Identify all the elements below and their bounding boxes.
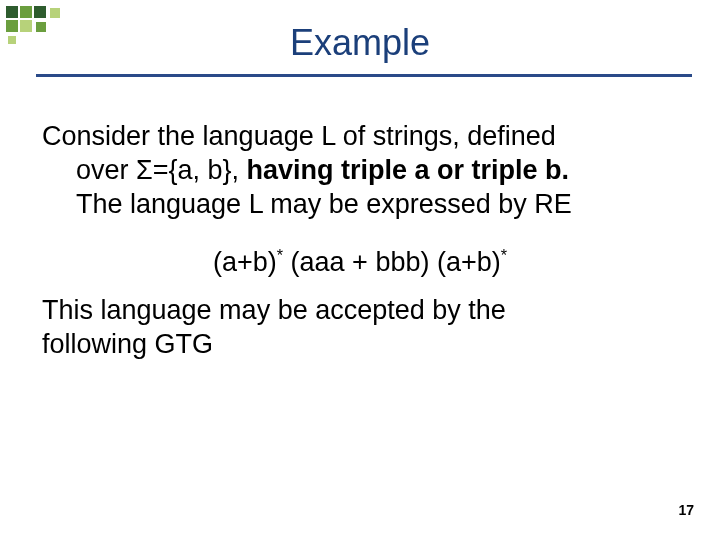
body-text: Consider the language L of strings, defi…: [42, 120, 678, 362]
slide-title: Example: [0, 22, 720, 64]
p2-line2: following GTG: [42, 328, 678, 362]
re-part1: (a+b): [213, 247, 277, 277]
slide: Example Consider the language L of strin…: [0, 0, 720, 540]
title-underline: [36, 74, 692, 77]
title-area: Example: [0, 22, 720, 64]
paragraph-1: Consider the language L of strings, defi…: [42, 120, 678, 221]
p1-line3: The language L may be expressed by RE: [42, 188, 678, 222]
regular-expression: (a+b)* (aaa + bbb) (a+b)*: [42, 245, 678, 280]
p1-line2: over Σ={a, b}, having triple a or triple…: [42, 154, 678, 188]
p1-line1: Consider the language L of strings, defi…: [42, 120, 678, 154]
p1-line2-prefix: over Σ={a, b},: [76, 155, 247, 185]
p1-line2-bold: having triple a or triple b.: [247, 155, 570, 185]
paragraph-2: This language may be accepted by the fol…: [42, 294, 678, 362]
p2-line1: This language may be accepted by the: [42, 294, 678, 328]
re-part2: (aaa + bbb) (a+b): [283, 247, 501, 277]
page-number: 17: [678, 502, 694, 518]
re-sup2: *: [501, 246, 507, 264]
